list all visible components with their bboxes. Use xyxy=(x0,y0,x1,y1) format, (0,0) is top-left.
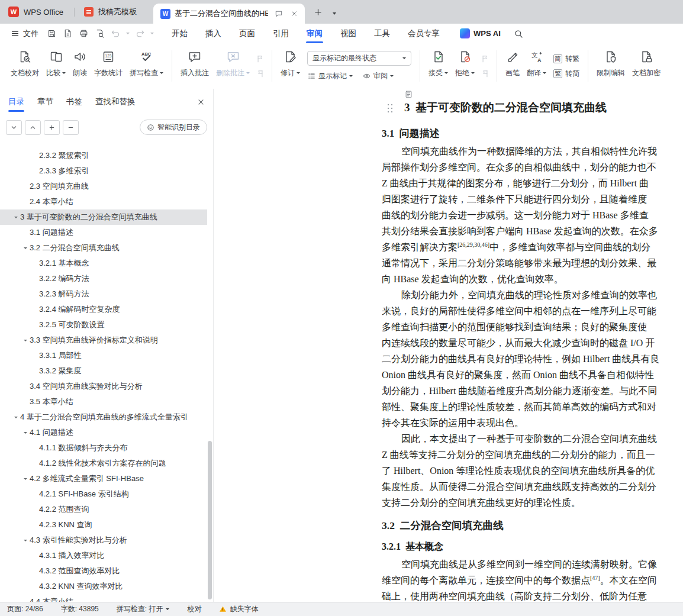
toc-item[interactable]: 3.3.2 聚集度 xyxy=(0,363,207,379)
word-count-indicator[interactable]: 字数: 43895 xyxy=(61,604,99,614)
collapse-arrow-icon[interactable] xyxy=(21,540,30,541)
document-editing-area[interactable]: 3 基于可变阶数的二分混合空间填充曲线 3.1 问题描述 空间填充曲线作为一种数… xyxy=(214,89,683,602)
menu-tab[interactable]: 引用 xyxy=(272,24,290,43)
restrict-editing-button[interactable]: 限制编辑 xyxy=(593,43,629,89)
translate-button[interactable]: 文A 翻译 xyxy=(523,43,550,89)
spell-check-button[interactable]: ABC 拼写检查 xyxy=(126,43,167,89)
page-indicator[interactable]: 页面: 24/86 xyxy=(7,604,43,614)
toc-item[interactable]: 4.1 问题描述 xyxy=(0,425,207,440)
menu-tab[interactable]: 审阅 xyxy=(305,24,324,43)
compare-button[interactable]: 比较 xyxy=(43,43,69,89)
tab-docer-template[interactable]: 找稿壳模板 xyxy=(75,0,153,24)
menu-tab[interactable]: 会员专享 xyxy=(407,24,441,43)
toc-item[interactable]: 2.3.2 聚簇索引 xyxy=(0,148,207,163)
toc-item[interactable]: 4.2.3 KNN 查询 xyxy=(0,517,207,533)
toc-item[interactable]: 2.3.3 多维索引 xyxy=(0,163,207,179)
new-tab-button[interactable] xyxy=(314,8,323,17)
zoom-in-toc-button[interactable] xyxy=(44,120,60,135)
previous-revision-icon[interactable] xyxy=(481,54,489,63)
toc-item[interactable]: 3.3.1 局部性 xyxy=(0,348,207,363)
undo-caret-icon[interactable] xyxy=(124,33,131,34)
toc-item[interactable]: 4 基于二分混合空间填充曲线的多维流式全量索引 xyxy=(0,409,207,425)
wps-ai-button[interactable]: WPS AI xyxy=(460,28,501,38)
menu-tab[interactable]: 视图 xyxy=(339,24,357,43)
undo-icon[interactable] xyxy=(108,27,123,41)
collapse-arrow-icon[interactable] xyxy=(21,247,30,249)
tab-current-document[interactable]: W 基于二分混合空间曲线的HBas xyxy=(153,4,305,24)
accept-button[interactable]: 接受 xyxy=(425,43,452,89)
search-icon[interactable] xyxy=(514,29,523,38)
smart-toc-button[interactable]: 智能识别目录 xyxy=(140,120,207,135)
collapse-arrow-icon[interactable] xyxy=(21,340,30,341)
toc-item[interactable]: 3.5 本章小结 xyxy=(0,394,207,409)
spell-check-status[interactable]: 拼写检查: 打开 xyxy=(117,604,170,614)
close-tab-icon[interactable] xyxy=(291,10,298,17)
toc-item[interactable]: 3.2 二分混合空间填充曲线 xyxy=(0,240,207,256)
toc-item[interactable]: 3.1 问题描述 xyxy=(0,225,207,240)
tab-wps-home[interactable]: W WPS Office xyxy=(0,0,74,24)
save-icon[interactable] xyxy=(44,27,59,41)
menu-tab[interactable]: 插入 xyxy=(204,24,223,43)
reject-button[interactable]: 拒绝 xyxy=(452,43,478,89)
toc-item[interactable]: 4.3.2 范围查询效率对比 xyxy=(0,563,207,579)
collapse-arrow-icon[interactable] xyxy=(12,417,20,418)
sidebar-tab[interactable]: 书签 xyxy=(66,89,82,115)
word-count-button[interactable]: 123 字数统计 xyxy=(91,43,126,89)
sidebar-tab[interactable]: 查找和替换 xyxy=(95,89,136,115)
toc-item[interactable]: 4.3 索引性能实验对比与分析 xyxy=(0,533,207,548)
next-comment-icon[interactable] xyxy=(256,69,265,78)
insert-comment-button[interactable]: 插入批注 xyxy=(177,43,212,89)
menu-tab[interactable]: 页面 xyxy=(238,24,256,43)
ink-brush-button[interactable]: 画笔 xyxy=(502,43,523,89)
previous-comment-icon[interactable] xyxy=(256,54,265,63)
collapse-all-button[interactable] xyxy=(25,120,41,135)
show-markup-button[interactable]: 显示标记 xyxy=(307,71,353,81)
track-changes-button[interactable]: 修订 xyxy=(277,43,304,89)
toc-item[interactable]: 4.4 本章小结 xyxy=(0,594,207,602)
toc-item[interactable]: 3 基于可变阶数的二分混合空间填充曲线 xyxy=(0,209,207,225)
toc-item[interactable]: 4.3.2 KNN 查询效率对比 xyxy=(0,579,207,594)
toc-item[interactable]: 3.4 空间填充曲线实验对比与分析 xyxy=(0,379,207,394)
proofread-button[interactable]: 校对 xyxy=(187,604,201,614)
to-traditional-button[interactable]: 简 转繁 xyxy=(553,54,579,64)
toc-item[interactable]: 4.2.1 SFI-HBase 索引结构 xyxy=(0,486,207,502)
toc-item[interactable]: 3.3 空间填充曲线评价指标定义和说明 xyxy=(0,333,207,348)
menu-tab[interactable]: 工具 xyxy=(373,24,391,43)
menu-tab[interactable]: 开始 xyxy=(170,24,189,43)
print-icon[interactable] xyxy=(76,27,91,41)
toc-item[interactable]: 3.2.3 解码方法 xyxy=(0,286,207,302)
sidebar-scrollbar-thumb[interactable] xyxy=(208,441,212,599)
expand-all-button[interactable] xyxy=(6,120,22,135)
zoom-out-toc-button[interactable] xyxy=(63,120,79,135)
toc-item[interactable]: 3.2.5 可变阶数设置 xyxy=(0,317,207,333)
redo-caret-icon[interactable] xyxy=(149,33,155,34)
redo-icon[interactable] xyxy=(133,27,147,41)
review-pane-button[interactable]: 审阅 xyxy=(362,71,394,81)
doc-proof-button[interactable]: 文档校对 xyxy=(7,43,43,89)
toc-item[interactable]: 4.1.2 线性化技术索引方案存在的问题 xyxy=(0,456,207,471)
toc-item[interactable]: 4.2 多维流式全量索引 SFI-HBase xyxy=(0,471,207,486)
toc-item[interactable]: 3.2.4 编解码时空复杂度 xyxy=(0,302,207,317)
read-aloud-button[interactable]: 朗读 xyxy=(69,43,91,89)
markup-state-dropdown[interactable]: 显示标记的最终状态 xyxy=(307,51,411,66)
file-menu-button[interactable]: 文件 xyxy=(7,26,42,41)
collapse-arrow-icon[interactable] xyxy=(21,478,30,480)
toc-item[interactable]: 4.3.1 插入效率对比 xyxy=(0,548,207,563)
output-pdf-icon[interactable] xyxy=(60,27,75,41)
toc-item[interactable]: 3.2.1 基本概念 xyxy=(0,256,207,271)
collapse-arrow-icon[interactable] xyxy=(21,432,30,434)
tab-list-caret-icon[interactable] xyxy=(333,7,336,17)
collapse-arrow-icon[interactable] xyxy=(12,217,20,218)
missing-font-warning[interactable]: 缺失字体 xyxy=(219,604,258,614)
print-preview-icon[interactable] xyxy=(92,27,107,41)
paragraph-drag-handle-icon[interactable] xyxy=(386,103,394,113)
close-panel-icon[interactable] xyxy=(197,98,205,106)
toc-item[interactable]: 2.4 本章小结 xyxy=(0,194,207,209)
toc-item[interactable]: 4.1.1 数据倾斜与齐夫分布 xyxy=(0,440,207,456)
next-revision-icon[interactable] xyxy=(481,69,489,78)
toc-item[interactable]: 2.3 空间填充曲线 xyxy=(0,179,207,194)
sidebar-tab[interactable]: 目录 xyxy=(8,89,24,115)
to-simplified-button[interactable]: 繁 转简 xyxy=(553,69,579,79)
sidebar-tab[interactable]: 章节 xyxy=(37,89,53,115)
comment-bubble-icon[interactable] xyxy=(275,9,283,18)
